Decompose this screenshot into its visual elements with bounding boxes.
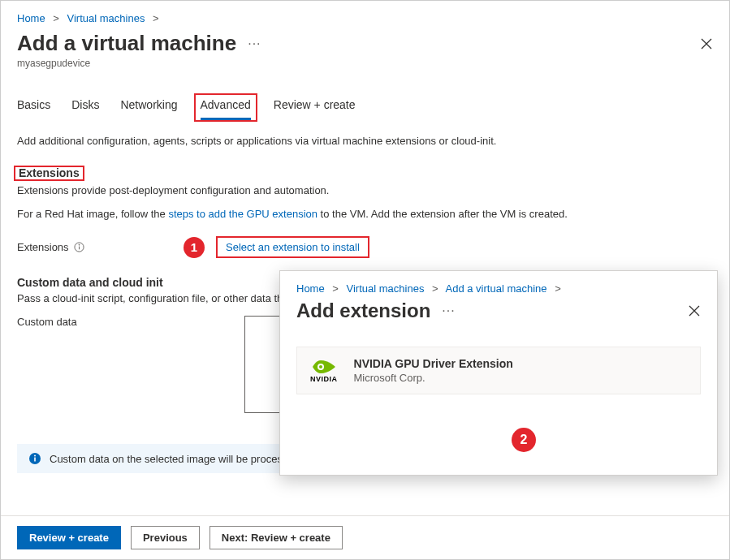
svg-point-2 (79, 244, 80, 245)
redhat-suffix: to the VM. Add the extension after the V… (317, 208, 568, 220)
extension-card[interactable]: NVIDIA NVIDIA GPU Driver Extension Micro… (296, 347, 701, 394)
breadcrumb-vms[interactable]: Virtual machines (67, 12, 145, 24)
page-title: Add a virtual machine (17, 31, 236, 56)
overlay-breadcrumb-add[interactable]: Add a virtual machine (446, 282, 547, 295)
chevron-right-icon: > (53, 12, 59, 24)
next-button[interactable]: Next: Review + create (209, 526, 343, 549)
svg-point-5 (34, 455, 36, 457)
nvidia-logo-icon: NVIDIA (310, 359, 338, 383)
footer-bar: Review + create Previous Next: Review + … (1, 515, 729, 559)
nvidia-logo-text: NVIDIA (310, 375, 338, 383)
redhat-prefix: For a Red Hat image, follow the (17, 208, 168, 220)
chevron-right-icon: > (153, 12, 159, 24)
redhat-instruction: For a Red Hat image, follow the steps to… (17, 208, 713, 220)
custom-data-label: Custom data (17, 316, 244, 413)
tab-advanced[interactable]: Advanced (201, 95, 251, 120)
svg-rect-4 (34, 458, 36, 462)
tab-basics[interactable]: Basics (17, 95, 50, 120)
tab-bar: Basics Disks Networking Advanced Review … (17, 95, 713, 120)
add-extension-panel: Home > Virtual machines > Add a virtual … (279, 270, 718, 476)
tab-review-create[interactable]: Review + create (274, 95, 356, 120)
tab-networking[interactable]: Networking (120, 95, 177, 120)
chevron-right-icon: > (332, 282, 339, 295)
more-icon[interactable]: ··· (442, 304, 455, 317)
extension-name: NVIDIA GPU Driver Extension (354, 357, 513, 370)
tab-description: Add additional configuration, agents, sc… (17, 135, 713, 147)
tab-disks[interactable]: Disks (71, 95, 99, 120)
more-icon[interactable]: ··· (248, 37, 261, 50)
previous-button[interactable]: Previous (131, 526, 200, 549)
overlay-close-button[interactable] (688, 304, 701, 317)
extensions-heading: Extensions (19, 166, 80, 179)
callout-1: 1 (184, 237, 205, 258)
extensions-text: Extensions provide post-deployment confi… (17, 184, 713, 196)
overlay-breadcrumb-vms[interactable]: Virtual machines (347, 282, 425, 295)
chevron-right-icon: > (555, 282, 561, 295)
svg-point-7 (319, 365, 322, 368)
resource-name: myasegpudevice (17, 58, 713, 69)
select-extension-link[interactable]: Select an extension to install (226, 241, 360, 253)
callout-2: 2 (512, 428, 536, 452)
breadcrumb-home[interactable]: Home (17, 12, 45, 24)
gpu-extension-link[interactable]: steps to add the GPU extension (168, 208, 317, 220)
overlay-breadcrumb-home[interactable]: Home (296, 282, 325, 295)
overlay-breadcrumb: Home > Virtual machines > Add a virtual … (296, 282, 701, 295)
info-icon[interactable] (74, 242, 84, 252)
extensions-label: Extensions (17, 241, 184, 253)
extension-publisher: Microsoft Corp. (354, 372, 513, 384)
review-create-button[interactable]: Review + create (17, 526, 121, 549)
breadcrumb-main: Home > Virtual machines > (17, 9, 713, 28)
chevron-right-icon: > (432, 282, 438, 295)
info-icon (28, 452, 41, 465)
close-button[interactable] (700, 37, 713, 50)
extensions-label-text: Extensions (17, 241, 69, 253)
overlay-title: Add extension (296, 299, 430, 322)
